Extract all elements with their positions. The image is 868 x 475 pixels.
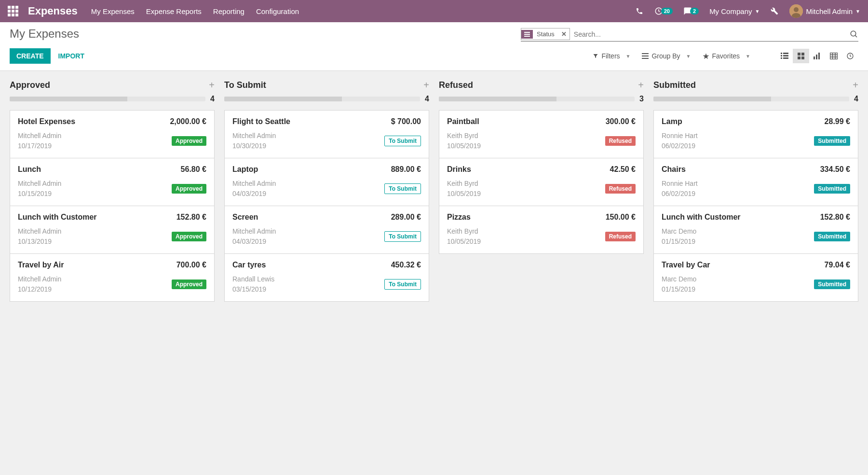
card-meta: Mitchell Admin10/17/2019 [18,131,61,151]
menu-my-expenses[interactable]: My Expenses [91,7,135,15]
card-title: Pizzas [447,213,471,222]
expense-card[interactable]: Laptop 889.00 € Mitchell Admin04/03/2019… [225,158,429,206]
svg-rect-13 [783,53,788,54]
card-list: Lamp 28.99 € Ronnie Hart06/02/2019 Submi… [653,110,858,302]
search-chip-status[interactable]: Status ✕ [521,28,570,40]
column-title: Submitted [653,80,696,90]
expense-card[interactable]: Lunch with Customer 152.80 € Marc Demo01… [654,206,858,254]
menu-reporting[interactable]: Reporting [213,7,244,15]
groupby-button[interactable]: Group By ▼ [642,52,691,60]
svg-rect-9 [642,53,649,54]
expense-card[interactable]: Hotel Expenses 2,000.00 € Mitchell Admin… [10,111,214,158]
card-title: Travel by Air [18,261,64,269]
expense-card[interactable]: Screen 289.00 € Mitchell Admin04/03/2019… [225,206,429,254]
view-kanban[interactable] [793,49,809,63]
column-progress-bar [224,97,420,101]
page-title: My Expenses [10,27,79,41]
menu-configuration[interactable]: Configuration [256,7,299,15]
card-amount: 300.00 € [606,117,636,126]
avatar [789,4,803,18]
status-badge: Refused [605,232,636,241]
user-menu[interactable]: Mitchell Admin ▼ [789,4,860,18]
status-badge: Approved [172,184,206,194]
card-meta: Mitchell Admin10/13/2019 [18,226,61,247]
view-pivot[interactable] [826,49,842,63]
phone-icon[interactable] [635,7,644,15]
status-badge: Submitted [814,184,850,194]
card-amount: 42.50 € [610,165,636,174]
expense-card[interactable]: Travel by Air 700.00 € Mitchell Admin10/… [10,254,214,301]
view-list[interactable] [776,49,793,63]
svg-rect-15 [783,55,788,56]
nav-right: 20 2 My Company ▼ Mitchell Admin ▼ [635,4,860,18]
search-input[interactable] [570,28,850,40]
expense-card[interactable]: Chairs 334.50 € Ronnie Hart06/02/2019 Su… [654,158,858,206]
card-amount: 889.00 € [391,165,421,174]
messages-indicator[interactable]: 2 [683,7,699,15]
column-progress-bar [10,97,205,101]
card-title: Travel by Car [662,261,710,269]
status-badge: To Submit [384,136,421,146]
create-button[interactable]: CREATE [10,48,51,64]
column-add-button[interactable]: + [853,80,858,91]
search-icon[interactable] [850,30,858,39]
filters-group: Filters ▼ Group By ▼ Favorites ▼ [593,49,858,63]
filters-button[interactable]: Filters ▼ [593,52,630,60]
card-list: Hotel Expenses 2,000.00 € Mitchell Admin… [10,110,215,302]
activity-indicator[interactable]: 20 [654,7,673,15]
svg-rect-18 [798,53,800,56]
favorites-label: Favorites [712,52,740,60]
kanban-board: Approved + 4 Hotel Expenses 2,000.00 € M… [0,71,868,310]
expense-card[interactable]: Paintball 300.00 € Keith Byrd10/05/2019 … [439,111,643,158]
filters-label: Filters [601,52,620,60]
column-add-button[interactable]: + [209,80,215,91]
search-box[interactable]: Status ✕ [521,27,858,42]
view-graph[interactable] [809,49,826,63]
card-amount: 450.32 € [391,261,421,269]
status-badge: Submitted [814,136,850,146]
card-amount: 28.99 € [825,117,850,126]
svg-rect-12 [781,53,782,54]
menu-expense-reports[interactable]: Expense Reports [146,7,202,15]
apps-icon[interactable] [8,6,18,16]
view-switcher [776,49,858,63]
status-badge: Submitted [814,232,850,241]
view-activity[interactable] [842,49,858,63]
card-title: Flight to Seattle [232,117,290,126]
svg-rect-14 [781,55,782,56]
svg-rect-16 [781,57,782,59]
expense-card[interactable]: Drinks 42.50 € Keith Byrd10/05/2019 Refu… [439,158,643,206]
card-meta: Keith Byrd10/05/2019 [447,179,481,199]
status-badge: Refused [605,136,636,146]
groupby-label: Group By [651,52,680,60]
column-add-button[interactable]: + [423,80,429,91]
card-meta: Randall Lewis03/15/2019 [232,274,274,294]
debug-icon[interactable] [770,7,779,15]
status-badge: To Submit [384,183,421,194]
card-amount: 79.04 € [825,261,850,269]
control-bar: My Expenses Status ✕ CREATE IMPORT [0,22,868,71]
column-add-button[interactable]: + [638,80,644,91]
expense-card[interactable]: Flight to Seattle $ 700.00 Mitchell Admi… [225,111,429,158]
svg-rect-4 [524,32,530,33]
expense-card[interactable]: Lunch 56.80 € Mitchell Admin10/15/2019 A… [10,158,214,206]
card-title: Car tyres [232,261,266,269]
favorites-button[interactable]: Favorites ▼ [703,52,750,60]
card-title: Lunch with Customer [662,213,741,222]
expense-card[interactable]: Pizzas 150.00 € Keith Byrd10/05/2019 Ref… [439,206,643,253]
card-title: Hotel Expenses [18,117,75,126]
chip-remove[interactable]: ✕ [558,30,570,38]
expense-card[interactable]: Lamp 28.99 € Ronnie Hart06/02/2019 Submi… [654,111,858,158]
import-button[interactable]: IMPORT [58,52,84,60]
card-amount: $ 700.00 [391,117,421,126]
expense-card[interactable]: Lunch with Customer 152.80 € Mitchell Ad… [10,206,214,254]
app-brand[interactable]: Expenses [28,5,78,17]
card-list: Paintball 300.00 € Keith Byrd10/05/2019 … [439,110,644,254]
expense-card[interactable]: Travel by Car 79.04 € Marc Demo01/15/201… [654,254,858,301]
status-badge: To Submit [384,231,421,242]
status-badge: Approved [172,232,206,241]
column-title: To Submit [224,80,266,90]
expense-card[interactable]: Car tyres 450.32 € Randall Lewis03/15/20… [225,254,429,301]
company-switcher[interactable]: My Company ▼ [709,7,760,15]
svg-rect-11 [642,58,649,59]
